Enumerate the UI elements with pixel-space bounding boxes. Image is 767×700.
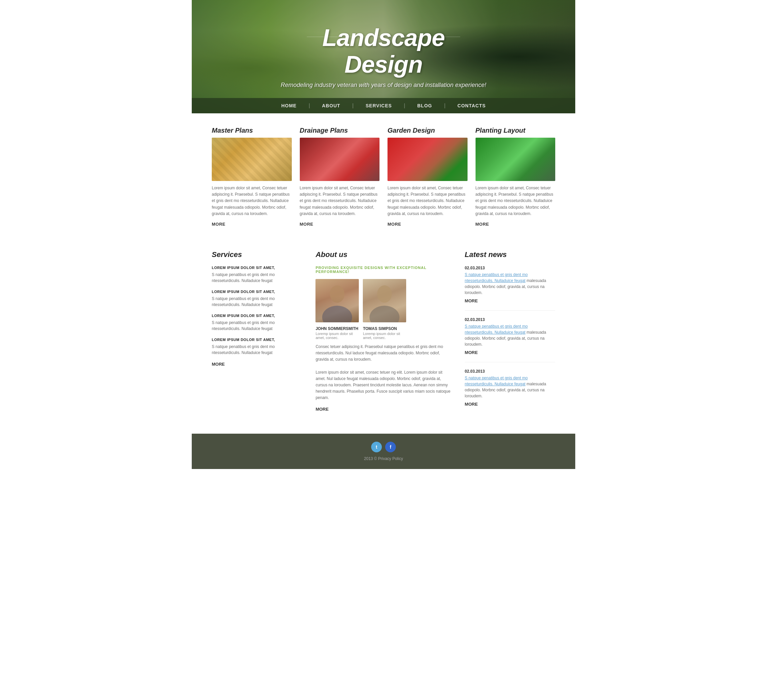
- facebook-icon[interactable]: f: [385, 442, 396, 452]
- news-date-1: 02.03.2013: [465, 266, 555, 270]
- service-text-planting: Lorem ipsum dolor sit amet, Consec tetue…: [476, 185, 555, 217]
- footer-copyright: 2013 © Privacy Policy: [192, 456, 575, 461]
- hero-content: Landscape Design Remodeling industry vet…: [281, 25, 486, 88]
- news-text-1: S natque penatibus et gnis dent mo ntess…: [465, 271, 555, 296]
- hero-subtitle: Remodeling industry veteran with years o…: [281, 82, 486, 89]
- news-col-title: Latest news: [465, 250, 555, 259]
- tomas-desc: Loremp ipsum dolor sit amet, consec.: [363, 332, 406, 340]
- service-item-text-2: S natque penatibus et gnis dent mo ntess…: [212, 296, 302, 308]
- service-title-garden: Garden Design: [388, 127, 468, 134]
- news-more-3[interactable]: MORE: [465, 402, 478, 407]
- service-item-title-1: LOREM IPSUM DOLOR SIT AMET,: [212, 266, 302, 270]
- service-title-master-plans: Master Plans: [212, 127, 292, 134]
- nav-separator-4: |: [444, 103, 446, 109]
- service-item-3: LOREM IPSUM DOLOR SIT AMET, S natque pen…: [212, 314, 302, 332]
- news-item-2: 02.03.2013 S natque penatibus et gnis de…: [465, 317, 555, 362]
- service-item-title-3: LOREM IPSUM DOLOR SIT AMET,: [212, 314, 302, 317]
- john-desc: Loremp ipsum dolor sit amet, consec.: [315, 332, 359, 340]
- service-card-planting: Planting Layout Lorem ipsum dolor sit am…: [476, 127, 555, 227]
- service-more-garden[interactable]: MORE: [388, 222, 401, 227]
- service-image-drainage: [300, 138, 380, 181]
- service-more-planting[interactable]: MORE: [476, 222, 489, 227]
- nav-separator-1: |: [309, 103, 310, 109]
- news-text-2: S natque penatibus et gnis dent mo ntess…: [465, 323, 555, 347]
- photo-john-sommersmith: [315, 279, 359, 322]
- john-name: JOHN SOMMERSMITH: [315, 326, 359, 331]
- team-caption-tomas: TOMAS SIMPSON Loremp ipsum dolor sit ame…: [363, 326, 406, 340]
- services-grid: Master Plans Lorem ipsum dolor sit amet,…: [212, 127, 555, 227]
- service-item-2: LOREM IPSUM DOLOR SIT AMET, S natque pen…: [212, 290, 302, 308]
- news-item-1: 02.03.2013 S natque penatibus et gnis de…: [465, 266, 555, 311]
- hero-title: Landscape Design: [281, 25, 486, 77]
- nav-separator-3: |: [404, 103, 405, 109]
- service-card-garden: Garden Design Lorem ipsum dolor sit amet…: [388, 127, 468, 227]
- service-text-garden: Lorem ipsum dolor sit amet, Consec tetue…: [388, 185, 468, 217]
- service-item-4: LOREM IPSUM DOLOR SIT AMET, S natque pen…: [212, 338, 302, 356]
- photo-tomas-simpson: [363, 279, 406, 322]
- main-content: Master Plans Lorem ipsum dolor sit amet,…: [192, 113, 575, 434]
- about-subtitle: PROVIDING EXQUISITE DESIGNS WITH EXCEPTI…: [315, 266, 451, 274]
- twitter-icon[interactable]: t: [371, 442, 382, 452]
- service-item-title-2: LOREM IPSUM DOLOR SIT AMET,: [212, 290, 302, 294]
- footer-social-icons: t f: [192, 442, 575, 452]
- services-col-more[interactable]: MORE: [212, 362, 302, 367]
- team-captions: JOHN SOMMERSMITH Loremp ipsum dolor sit …: [315, 326, 451, 340]
- about-text: Consec tetuer adipiscing it. Praesebul n…: [315, 344, 451, 402]
- service-text-master-plans: Lorem ipsum dolor sit amet, Consec tetue…: [212, 185, 292, 217]
- service-item-text-4: S natque penatibus et gnis dent mo ntess…: [212, 344, 302, 356]
- service-image-planting: [476, 138, 555, 181]
- service-title-drainage: Drainage Plans: [300, 127, 380, 134]
- bottom-section: Services LOREM IPSUM DOLOR SIT AMET, S n…: [212, 244, 555, 420]
- svg-point-0: [330, 285, 344, 303]
- news-text-3: S natque penatibus et gnis dent mo ntess…: [465, 375, 555, 399]
- services-col-title: Services: [212, 250, 302, 259]
- service-item-title-4: LOREM IPSUM DOLOR SIT AMET,: [212, 338, 302, 342]
- service-more-master-plans[interactable]: MORE: [212, 222, 226, 227]
- about-column: About us PROVIDING EXQUISITE DESIGNS WIT…: [315, 250, 451, 420]
- news-more-2[interactable]: MORE: [465, 350, 478, 355]
- services-column: Services LOREM IPSUM DOLOR SIT AMET, S n…: [212, 250, 302, 420]
- service-card-master-plans: Master Plans Lorem ipsum dolor sit amet,…: [212, 127, 292, 227]
- service-image-garden: [388, 138, 468, 181]
- hero-section: Landscape Design Remodeling industry vet…: [192, 0, 575, 113]
- nav-item-services[interactable]: SERVICES: [366, 103, 392, 109]
- svg-point-1: [322, 306, 352, 322]
- footer: t f 2013 © Privacy Policy: [192, 434, 575, 469]
- team-photos: [315, 279, 451, 322]
- team-caption-john: JOHN SOMMERSMITH Loremp ipsum dolor sit …: [315, 326, 359, 340]
- about-col-title: About us: [315, 250, 451, 259]
- svg-point-2: [377, 285, 392, 303]
- service-text-drainage: Lorem ipsum dolor sit amet, Consec tetue…: [300, 185, 380, 217]
- service-image-master-plans: [212, 138, 292, 181]
- tomas-name: TOMAS SIMPSON: [363, 326, 406, 331]
- service-more-drainage[interactable]: MORE: [300, 222, 313, 227]
- news-more-1[interactable]: MORE: [465, 298, 478, 303]
- nav-menu: HOME | ABOUT | SERVICES | BLOG | CONTACT…: [281, 103, 485, 109]
- news-column: Latest news 02.03.2013 S natque penatibu…: [465, 250, 555, 420]
- nav-separator-2: |: [352, 103, 353, 109]
- about-more[interactable]: MORE: [315, 407, 451, 412]
- nav-item-contacts[interactable]: CONTACTS: [458, 103, 486, 109]
- service-card-drainage: Drainage Plans Lorem ipsum dolor sit ame…: [300, 127, 380, 227]
- news-date-3: 02.03.2013: [465, 369, 555, 374]
- service-title-planting: Planting Layout: [476, 127, 555, 134]
- news-item-3: 02.03.2013 S natque penatibus et gnis de…: [465, 369, 555, 414]
- nav-item-about[interactable]: ABOUT: [322, 103, 341, 109]
- nav-bar: HOME | ABOUT | SERVICES | BLOG | CONTACT…: [192, 98, 575, 113]
- service-item-text-1: S natque penatibus et gnis dent mo ntess…: [212, 271, 302, 284]
- nav-item-blog[interactable]: BLOG: [417, 103, 432, 109]
- nav-item-home[interactable]: HOME: [281, 103, 296, 109]
- news-date-2: 02.03.2013: [465, 317, 555, 322]
- svg-point-3: [369, 306, 399, 322]
- service-item-text-3: S natque penatibus et gnis dent mo ntess…: [212, 320, 302, 332]
- service-item-1: LOREM IPSUM DOLOR SIT AMET, S natque pen…: [212, 266, 302, 284]
